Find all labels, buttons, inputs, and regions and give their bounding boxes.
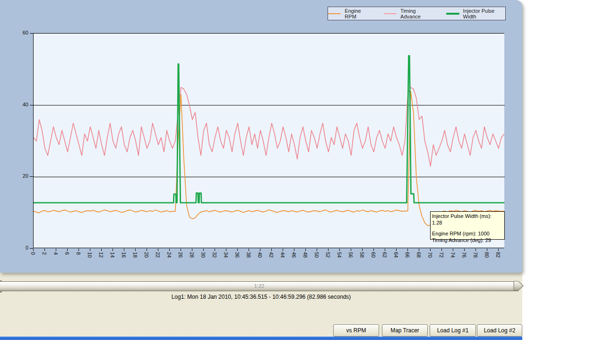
x-tick-label-54: 54 bbox=[337, 252, 342, 258]
legend-item-engine-rpm[interactable]: Engine RPM bbox=[328, 8, 372, 19]
y-tick-label-60: 60 bbox=[14, 30, 28, 35]
x-tick-label-52: 52 bbox=[325, 252, 331, 258]
x-tick-50 bbox=[317, 249, 317, 251]
legend-item-injector-pulse-width[interactable]: Injector Pulse Width bbox=[446, 8, 505, 19]
x-tick-label-68: 68 bbox=[416, 252, 422, 258]
x-tick-label-70: 70 bbox=[427, 252, 433, 258]
x-tick-66 bbox=[407, 249, 408, 251]
x-tick-2 bbox=[44, 249, 45, 251]
timing-advance-line-swatch bbox=[384, 13, 397, 14]
series-engine-rpm bbox=[34, 91, 504, 225]
x-tick-0 bbox=[33, 249, 34, 251]
x-tick-22 bbox=[158, 249, 158, 251]
x-tick-label-0: 0 bbox=[30, 252, 36, 255]
x-tick-label-4: 4 bbox=[53, 252, 59, 255]
x-tick-36 bbox=[237, 249, 238, 251]
series-timing-advance bbox=[34, 87, 504, 166]
x-tick-label-44: 44 bbox=[280, 252, 285, 258]
tooltip-rpm-value: Engine RPM (rpm): 1000 bbox=[432, 230, 503, 237]
x-tick-label-46: 46 bbox=[291, 252, 297, 258]
y-tick-label-20: 20 bbox=[14, 173, 28, 179]
x-tick-30 bbox=[203, 249, 204, 251]
x-tick-label-74: 74 bbox=[450, 252, 456, 258]
x-tick-4 bbox=[56, 249, 56, 251]
y-tick-20 bbox=[30, 176, 33, 177]
x-tick-8 bbox=[78, 249, 79, 251]
x-tick-6 bbox=[67, 249, 68, 251]
x-tick-82 bbox=[498, 249, 499, 251]
x-tick-label-36: 36 bbox=[234, 252, 240, 258]
x-tick-label-42: 42 bbox=[268, 252, 274, 258]
x-tick-label-38: 38 bbox=[246, 252, 251, 258]
x-tick-label-76: 76 bbox=[461, 252, 467, 258]
x-tick-80 bbox=[487, 249, 487, 251]
x-tick-label-2: 2 bbox=[42, 252, 47, 255]
tooltip-timing-value: Timing Advance (deg): 29 bbox=[432, 237, 503, 243]
time-range-scrollbar[interactable]: 1:22 bbox=[0, 281, 519, 291]
x-tick-32 bbox=[215, 249, 215, 251]
map-tracer-button[interactable]: Map Tracer bbox=[382, 324, 428, 337]
log-status-text: Log1: Mon 18 Jan 2010, 10:45:36.515 - 10… bbox=[0, 294, 522, 300]
x-tick-label-16: 16 bbox=[121, 252, 127, 258]
x-tick-34 bbox=[226, 249, 226, 251]
vs-rpm-button[interactable]: vs RPM bbox=[333, 324, 379, 337]
x-tick-64 bbox=[396, 249, 397, 251]
legend-label: Injector Pulse Width bbox=[463, 8, 505, 19]
tooltip-injector-value: Injector Pulse Width (ms): 1.28 bbox=[432, 213, 503, 226]
x-tick-20 bbox=[147, 249, 147, 251]
x-tick-label-18: 18 bbox=[132, 252, 138, 258]
x-tick-60 bbox=[373, 249, 374, 251]
x-tick-78 bbox=[475, 249, 476, 251]
x-tick-label-14: 14 bbox=[110, 252, 115, 258]
injector-pulse-width-line-swatch bbox=[446, 13, 459, 15]
legend-item-timing-advance[interactable]: Timing Advance bbox=[384, 8, 434, 19]
scrollbar-arrow[interactable] bbox=[513, 278, 525, 294]
x-tick-42 bbox=[271, 249, 272, 251]
x-tick-label-34: 34 bbox=[223, 252, 229, 258]
data-tooltip: Injector Pulse Width (ms): 1.28 Engine R… bbox=[430, 211, 505, 240]
x-tick-label-20: 20 bbox=[144, 252, 149, 258]
load-log-1-button[interactable]: Load Log #1 bbox=[430, 324, 476, 337]
x-tick-label-8: 8 bbox=[76, 252, 81, 255]
x-tick-label-12: 12 bbox=[98, 252, 104, 258]
x-tick-label-66: 66 bbox=[405, 252, 410, 258]
x-tick-48 bbox=[305, 249, 306, 251]
y-tick-label-0: 0 bbox=[14, 245, 28, 251]
x-tick-56 bbox=[351, 249, 351, 251]
x-tick-40 bbox=[260, 249, 260, 251]
y-tick-60 bbox=[30, 33, 33, 34]
x-tick-label-58: 58 bbox=[359, 252, 365, 258]
app-window: 0204060 02468101214161820222426283032343… bbox=[0, 0, 605, 364]
series-injector-pulse-width bbox=[34, 56, 504, 203]
x-tick-label-50: 50 bbox=[314, 252, 320, 258]
bottom-accent-bar bbox=[0, 337, 522, 340]
load-log-2-button[interactable]: Load Log #2 bbox=[477, 324, 522, 337]
x-tick-label-82: 82 bbox=[495, 252, 501, 258]
chart-legend: Engine RPM Timing Advance Injector Pulse… bbox=[328, 7, 506, 20]
y-tick-0 bbox=[30, 248, 33, 249]
x-tick-28 bbox=[192, 249, 192, 251]
x-tick-label-32: 32 bbox=[212, 252, 217, 258]
x-tick-18 bbox=[135, 249, 136, 251]
x-tick-14 bbox=[112, 249, 113, 251]
x-tick-label-62: 62 bbox=[382, 252, 388, 258]
x-tick-16 bbox=[124, 249, 124, 251]
x-tick-label-28: 28 bbox=[189, 252, 195, 258]
legend-label: Timing Advance bbox=[400, 8, 434, 19]
x-tick-label-80: 80 bbox=[484, 252, 490, 258]
x-tick-44 bbox=[283, 249, 283, 251]
x-tick-70 bbox=[430, 249, 431, 251]
x-tick-label-22: 22 bbox=[155, 252, 161, 258]
x-tick-46 bbox=[294, 249, 294, 251]
time-range-label: 1:22 bbox=[0, 283, 519, 289]
legend-label: Engine RPM bbox=[345, 8, 371, 19]
x-tick-label-10: 10 bbox=[87, 252, 93, 258]
x-tick-label-72: 72 bbox=[439, 252, 444, 258]
x-tick-74 bbox=[453, 249, 453, 251]
x-tick-label-60: 60 bbox=[371, 252, 376, 258]
tooltip-spacer bbox=[432, 226, 503, 230]
x-tick-12 bbox=[101, 249, 102, 251]
x-tick-label-48: 48 bbox=[302, 252, 308, 258]
x-tick-54 bbox=[339, 249, 340, 251]
x-tick-label-6: 6 bbox=[64, 252, 70, 255]
